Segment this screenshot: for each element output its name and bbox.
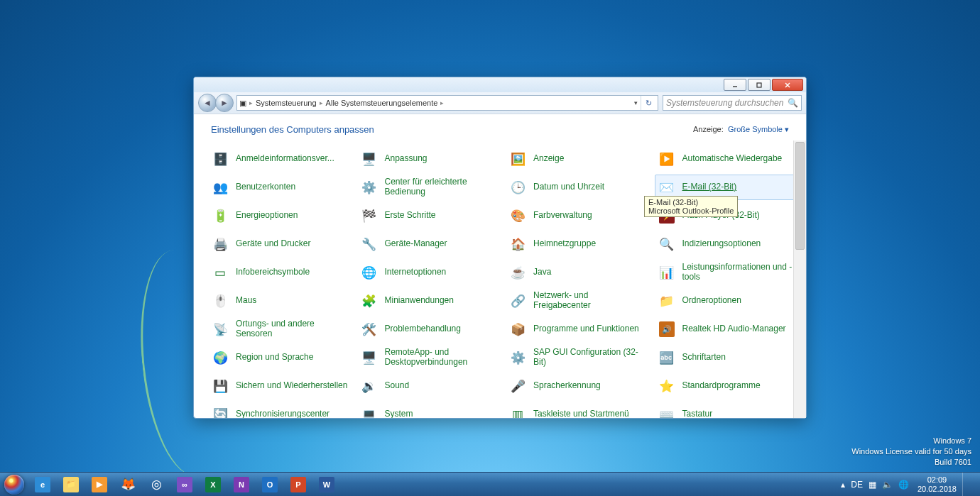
minimize-button[interactable] (724, 79, 746, 91)
cp-item-label: Infobereichsymbole (236, 268, 310, 277)
cp-item-8[interactable]: 🔋Energieoptionen (208, 203, 353, 228)
cp-item-icon: 📡 (212, 321, 229, 338)
cp-item-24[interactable]: 📡Ortungs- und andere Sensoren (208, 316, 353, 342)
firefox-icon[interactable]: 🦊 (114, 473, 142, 496)
view-mode-dropdown[interactable]: Große Symbole ▾ (728, 125, 789, 133)
refresh-button[interactable]: ↻ (641, 96, 655, 110)
cp-item-14[interactable]: 🏠Heimnetzgruppe (506, 231, 650, 257)
show-desktop-button[interactable] (962, 473, 976, 496)
cp-item-0[interactable]: 🗄️Anmeldeinformationsver... (208, 146, 353, 172)
cp-item-21[interactable]: 🧩Minianwendungen (357, 288, 502, 314)
tray-volume-icon[interactable]: 🔈 (879, 480, 895, 490)
tooltip-desc: Microsoft Outlook-Profile (648, 206, 734, 215)
cp-item-18[interactable]: ☕Java (506, 260, 650, 285)
cp-item-4[interactable]: 👥Benutzerkonten (208, 175, 353, 200)
breadcrumb-1[interactable]: Alle Systemsteuerungselemente (326, 99, 438, 107)
cp-item-12[interactable]: 🖨️Geräte und Drucker (208, 231, 353, 257)
cp-item-6[interactable]: 🕒Datum und Uhrzeit (506, 175, 650, 200)
cp-item-5[interactable]: ⚙️Center für erleichterte Bedienung (357, 175, 502, 200)
cp-item-38[interactable]: ▥Taskleiste und Startmenü (506, 402, 650, 418)
cp-item-icon: ▥ (509, 406, 526, 418)
cp-item-icon: ▭ (212, 264, 229, 281)
cp-item-37[interactable]: 💻System (357, 402, 502, 418)
breadcrumb-sep-icon: ▸ (249, 99, 253, 106)
cp-item-label: Heimnetzgruppe (533, 239, 596, 249)
cp-item-39[interactable]: ⌨️Tastatur (655, 402, 800, 418)
cp-item-30[interactable]: ⚙️SAP GUI Configuration (32-Bit) (506, 345, 650, 370)
page-title: Einstellungen des Computers anpassen (211, 124, 374, 135)
cp-item-36[interactable]: 🔄Synchronisierungscenter (208, 402, 353, 418)
cp-item-2[interactable]: 🖼️Anzeige (506, 146, 650, 172)
tray-network-icon[interactable]: 🌐 (895, 480, 912, 490)
ie-icon[interactable]: e (28, 473, 57, 496)
cp-item-33[interactable]: 🔉Sound (357, 373, 502, 399)
cp-item-28[interactable]: 🌍Region und Sprache (208, 345, 353, 370)
cp-item-17[interactable]: 🌐Internetoptionen (357, 260, 502, 285)
cp-item-label: Anzeige (533, 154, 564, 164)
cp-item-27[interactable]: 🔊Realtek HD Audio-Manager (655, 316, 800, 342)
cp-item-icon: 🔗 (509, 292, 526, 309)
cp-item-3[interactable]: ▶️Automatische Wiedergabe (655, 146, 800, 172)
cp-item-icon: 🔍 (658, 236, 675, 253)
cp-item-icon: 🗄️ (212, 150, 229, 167)
back-button[interactable]: ◄ (198, 94, 217, 112)
cp-item-icon: ✉️ (658, 179, 675, 196)
cp-item-icon: 🖨️ (212, 236, 229, 253)
cp-item-19[interactable]: 📊Leistungsinformationen und -tools (655, 260, 800, 285)
watermark-line2: Windows License valid for 50 days (851, 446, 971, 457)
cp-item-32[interactable]: 💾Sichern und Wiederherstellen (208, 373, 353, 399)
content-area: 🗄️Anmeldeinformationsver...🖥️Anpassung🖼️… (194, 140, 806, 418)
cp-item-35[interactable]: ⭐Standardprogramme (655, 373, 800, 399)
cp-item-20[interactable]: 🖱️Maus (208, 288, 353, 314)
cp-item-22[interactable]: 🔗Netzwerk- und Freigabecenter (506, 288, 650, 314)
cp-item-label: E-Mail (32-Bit) (682, 182, 737, 192)
tray-lang[interactable]: DE (848, 480, 866, 490)
cp-item-label: RemoteApp- und Desktopverbindungen (385, 348, 499, 368)
window-titlebar[interactable] (194, 77, 806, 92)
cp-item-icon: ⚙️ (509, 349, 526, 366)
cp-item-label: Internetoptionen (385, 268, 447, 277)
excel-icon[interactable]: X (199, 473, 227, 496)
vertical-scrollbar[interactable] (793, 140, 806, 418)
address-dropdown-icon[interactable]: ▾ (634, 99, 638, 106)
cp-item-25[interactable]: 🛠️Problembehandlung (357, 316, 502, 342)
tray-clock[interactable]: 02:09 20.02.2018 (912, 475, 962, 492)
mediaplayer-icon[interactable]: ▶ (85, 473, 114, 496)
cp-item-29[interactable]: 🖥️RemoteApp- und Desktopverbindungen (357, 345, 502, 370)
cp-item-icon: 🖥️ (361, 150, 378, 167)
cp-item-15[interactable]: 🔍Indizierungsoptionen (655, 231, 800, 257)
chrome-icon[interactable]: ◎ (142, 473, 170, 496)
tray-expand-icon[interactable]: ▴ (838, 480, 848, 490)
explorer-icon[interactable]: 📁 (57, 473, 85, 496)
cp-item-26[interactable]: 📦Programme und Funktionen (506, 316, 650, 342)
cp-item-34[interactable]: 🎤Spracherkennung (506, 373, 650, 399)
vs-icon[interactable]: ∞ (170, 473, 199, 496)
word-icon[interactable]: W (312, 473, 341, 496)
cp-item-10[interactable]: 🎨Farbverwaltung (506, 203, 650, 228)
cp-item-31[interactable]: 🔤Schriftarten (655, 345, 800, 370)
maximize-button[interactable] (748, 79, 771, 91)
cp-item-icon: 📦 (509, 321, 526, 338)
close-button[interactable] (772, 79, 803, 91)
start-button[interactable] (0, 473, 28, 496)
cp-item-icon: 🛠️ (361, 321, 378, 338)
tray-flag-icon[interactable]: ▦ (866, 480, 879, 490)
onenote-icon[interactable]: N (227, 473, 256, 496)
scrollbar-thumb[interactable] (795, 142, 805, 250)
powerpoint-icon[interactable]: P (284, 473, 312, 496)
cp-item-9[interactable]: 🏁Erste Schritte (357, 203, 502, 228)
outlook-icon[interactable]: O (256, 473, 284, 496)
breadcrumb-0[interactable]: Systemsteuerung (256, 99, 317, 107)
tray-date: 20.02.2018 (918, 485, 957, 493)
cp-item-23[interactable]: 📁Ordneroptionen (655, 288, 800, 314)
forward-button[interactable]: ► (215, 94, 234, 112)
cp-item-16[interactable]: ▭Infobereichsymbole (208, 260, 353, 285)
tooltip-title: E-Mail (32-Bit) (648, 198, 734, 206)
cp-item-label: Ordneroptionen (682, 296, 741, 306)
cp-item-1[interactable]: 🖥️Anpassung (357, 146, 502, 172)
search-box[interactable]: Systemsteuerung durchsuchen 🔍 (663, 95, 802, 111)
cp-item-icon: 🖥️ (361, 349, 378, 366)
address-bar[interactable]: ▣ ▸ Systemsteuerung ▸ Alle Systemsteueru… (236, 95, 658, 111)
cp-item-13[interactable]: 🔧Geräte-Manager (357, 231, 502, 257)
tooltip: E-Mail (32-Bit) Microsoft Outlook-Profil… (644, 196, 738, 217)
